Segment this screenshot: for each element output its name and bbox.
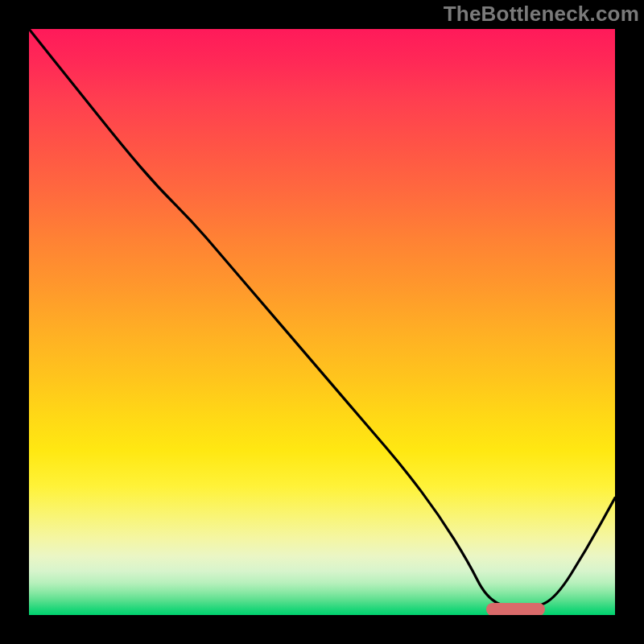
plot-area xyxy=(29,29,615,615)
watermark-text: TheBottleneck.com xyxy=(444,2,639,27)
optimal-range-marker xyxy=(486,603,545,615)
chart-frame: TheBottleneck.com xyxy=(0,0,644,644)
curve-path xyxy=(29,29,615,609)
bottleneck-curve xyxy=(29,29,615,615)
